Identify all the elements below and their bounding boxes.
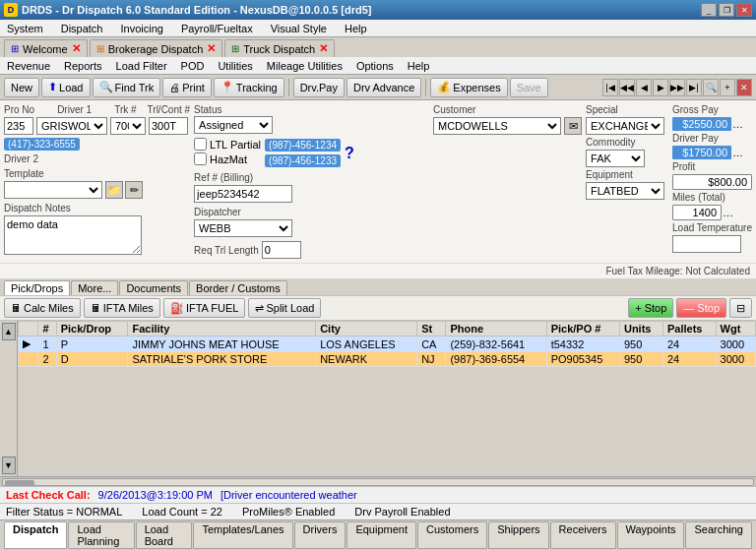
bottom-tab-equipment[interactable]: Equipment — [346, 521, 416, 549]
dispatch-notes-input[interactable]: demo data — [4, 215, 142, 255]
calc-miles-button[interactable]: 🖩 Calc Miles — [4, 298, 81, 318]
status-select[interactable]: Assigned — [194, 116, 273, 134]
trk-select[interactable]: 700 — [110, 117, 146, 135]
trl-cont-input[interactable] — [149, 117, 188, 135]
tab-truck[interactable]: ⊞ Truck Dispatch ✕ — [224, 39, 335, 57]
add-stop-button[interactable]: + Stop — [628, 298, 673, 318]
drv-pay-button[interactable]: Drv.Pay — [293, 78, 345, 97]
tab-border-customs[interactable]: Border / Customs — [189, 280, 287, 295]
bottom-tab-receivers[interactable]: Receivers — [550, 521, 616, 549]
bottom-tab-shippers[interactable]: Shippers — [488, 521, 548, 549]
nav-next[interactable]: ▶ — [653, 79, 668, 96]
bottom-tab-templates[interactable]: Templates/Lanes — [193, 521, 292, 549]
down-arrow-btn[interactable]: ▼ — [2, 457, 16, 474]
submenu-load-filter[interactable]: Load Filter — [113, 59, 170, 73]
menu-system[interactable]: System — [4, 22, 46, 35]
req-trl-length-input[interactable] — [262, 241, 301, 259]
driver1-select[interactable]: GRISWOLD — [36, 117, 107, 135]
drv-advance-button[interactable]: Drv Advance — [346, 78, 421, 97]
ref-billing-input[interactable] — [194, 185, 292, 203]
submenu-help[interactable]: Help — [405, 59, 433, 73]
restore-button[interactable]: ❐ — [719, 3, 734, 17]
tracking-icon: 📍 — [220, 81, 234, 93]
submenu-options[interactable]: Options — [353, 59, 397, 73]
ref-billing-label: Ref # (Billing) — [194, 172, 253, 183]
hazmaz-checkbox[interactable] — [194, 153, 207, 165]
close-truck-tab[interactable]: ✕ — [319, 42, 328, 55]
table-row[interactable]: 2 D SATRIALE'S PORK STORE NEWARK NJ (987… — [19, 352, 756, 367]
gross-pay-label: Gross Pay — [672, 104, 752, 115]
bottom-tab-load-board[interactable]: Load Board — [136, 521, 193, 549]
tracking-button[interactable]: 📍 Tracking — [214, 78, 284, 97]
submenu-mileage[interactable]: Mileage Utilities — [264, 59, 346, 73]
expenses-button[interactable]: 💰 Expenses — [430, 78, 507, 97]
driver-pay-dots[interactable]: … — [732, 147, 743, 158]
ltl-partial-checkbox[interactable] — [194, 138, 207, 151]
tab-pick-drops[interactable]: Pick/Drops — [4, 280, 70, 295]
miles-dots[interactable]: … — [723, 207, 733, 218]
bottom-tab-searching[interactable]: Searching — [685, 521, 752, 549]
special-select[interactable]: EXCHANGE — [586, 117, 664, 135]
submenu-pod[interactable]: POD — [178, 59, 208, 73]
close-button[interactable]: ✕ — [736, 3, 752, 17]
equipment-select[interactable]: FLATBED — [586, 182, 664, 200]
pro-no-input[interactable] — [4, 117, 33, 135]
tab-brokerage[interactable]: ⊞ Brokerage Dispatch ✕ — [90, 39, 223, 57]
commodity-select[interactable]: FAK — [586, 150, 645, 167]
template-edit-btn[interactable]: ✏ — [125, 181, 143, 199]
table-row[interactable]: ▶ 1 P JIMMY JOHNS MEAT HOUSE LOS ANGELES… — [19, 336, 756, 352]
bottom-tab-customers[interactable]: Customers — [417, 521, 487, 549]
equipment-label: Equipment — [586, 169, 664, 180]
nav-close[interactable]: ✕ — [736, 79, 752, 96]
bottom-tab-dispatch[interactable]: Dispatch — [4, 521, 67, 549]
nav-first[interactable]: |◀ — [602, 79, 618, 96]
minimize-button[interactable]: _ — [701, 3, 717, 17]
template-folder-btn[interactable]: 📁 — [105, 181, 123, 199]
print-button[interactable]: 🖨 Print — [162, 78, 212, 97]
remove-stop-button[interactable]: — Stop — [676, 298, 726, 318]
nav-prev-far[interactable]: ◀◀ — [619, 79, 635, 96]
ifta-miles-button[interactable]: 🖩 IFTA Miles — [84, 298, 160, 318]
new-button[interactable]: New — [4, 78, 39, 97]
menu-payroll[interactable]: Payroll/Fueltax — [178, 22, 256, 35]
bottom-tab-waypoints[interactable]: Waypoints — [617, 521, 685, 549]
ifta-fuel-button[interactable]: ⛽ IFTA FUEL — [163, 298, 246, 318]
menu-dispatch[interactable]: Dispatch — [58, 22, 106, 35]
menu-visual-style[interactable]: Visual Style — [268, 22, 330, 35]
submenu-revenue[interactable]: Revenue — [4, 59, 53, 73]
bottom-tab-load-planning[interactable]: Load Planning — [68, 521, 134, 549]
nav-prev[interactable]: ◀ — [636, 79, 652, 96]
submenu-utilities[interactable]: Utilities — [215, 59, 255, 73]
close-welcome-tab[interactable]: ✕ — [72, 42, 81, 55]
nav-last[interactable]: ▶| — [686, 79, 702, 96]
customer-select[interactable]: MCDOWELLS — [433, 117, 561, 135]
tab-welcome[interactable]: ⊞ Welcome ✕ — [4, 39, 88, 57]
tab-row: ⊞ Welcome ✕ ⊞ Brokerage Dispatch ✕ ⊞ Tru… — [0, 37, 756, 57]
nav-extra[interactable]: + — [720, 79, 735, 96]
driver-phone-badge: (417)-323-6555 — [4, 138, 80, 151]
split-load-button[interactable]: ⇌ Split Load — [248, 298, 321, 318]
save-button[interactable]: Save — [510, 78, 548, 97]
bottom-tab-drivers[interactable]: Drivers — [294, 521, 346, 549]
grid-options-button[interactable]: ⊟ — [729, 298, 752, 318]
dispatcher-select[interactable]: WEBB — [194, 219, 292, 237]
load-temp-input[interactable] — [672, 235, 741, 253]
gross-pay-dots[interactable]: … — [732, 118, 743, 130]
tab-more[interactable]: More... — [71, 280, 118, 295]
customer-email-btn[interactable]: ✉ — [564, 117, 582, 135]
tab-documents[interactable]: Documents — [119, 280, 188, 295]
menu-invoicing[interactable]: Invoicing — [117, 22, 165, 35]
load-button[interactable]: ⬆ Load — [41, 78, 90, 97]
col-phone: Phone — [446, 322, 546, 336]
help-icon[interactable]: ? — [345, 145, 354, 162]
find-trk-button[interactable]: 🔍 Find Trk — [93, 78, 161, 97]
close-brokerage-tab[interactable]: ✕ — [207, 42, 216, 55]
horizontal-scrollbar[interactable] — [0, 476, 756, 486]
up-arrow-btn[interactable]: ▲ — [2, 323, 16, 340]
template-select[interactable] — [4, 181, 102, 199]
sub-menu: Revenue Reports Load Filter POD Utilitie… — [0, 57, 756, 75]
submenu-reports[interactable]: Reports — [61, 59, 105, 73]
nav-search[interactable]: 🔍 — [703, 79, 719, 96]
nav-next-far[interactable]: ▶▶ — [669, 79, 685, 96]
menu-help[interactable]: Help — [342, 22, 370, 35]
